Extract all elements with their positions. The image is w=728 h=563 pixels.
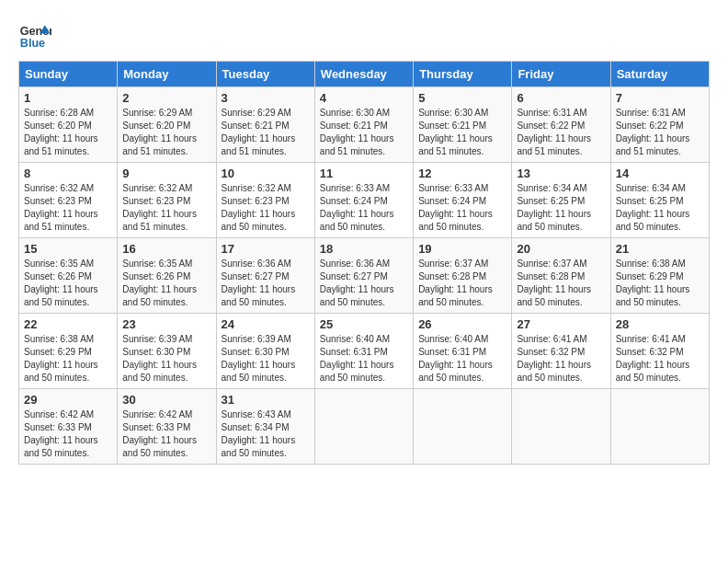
day-number: 6 <box>517 91 605 105</box>
calendar-week-3: 15Sunrise: 6:35 AM Sunset: 6:26 PM Dayli… <box>19 238 710 314</box>
day-number: 12 <box>418 167 506 180</box>
day-content: Sunrise: 6:41 AM Sunset: 6:32 PM Dayligh… <box>616 333 704 385</box>
logo: General Blue <box>18 18 51 52</box>
day-content: Sunrise: 6:42 AM Sunset: 6:33 PM Dayligh… <box>122 408 210 460</box>
day-content: Sunrise: 6:38 AM Sunset: 6:29 PM Dayligh… <box>616 258 704 309</box>
header-cell-tuesday: Tuesday <box>216 62 314 87</box>
day-content: Sunrise: 6:35 AM Sunset: 6:26 PM Dayligh… <box>24 258 112 309</box>
calendar-cell: 19Sunrise: 6:37 AM Sunset: 6:28 PM Dayli… <box>414 238 512 314</box>
calendar-week-5: 29Sunrise: 6:42 AM Sunset: 6:33 PM Dayli… <box>19 389 710 465</box>
day-content: Sunrise: 6:33 AM Sunset: 6:24 PM Dayligh… <box>320 182 408 234</box>
day-number: 15 <box>24 242 112 256</box>
calendar-cell: 6Sunrise: 6:31 AM Sunset: 6:22 PM Daylig… <box>512 87 610 163</box>
day-content: Sunrise: 6:32 AM Sunset: 6:23 PM Dayligh… <box>122 182 210 234</box>
day-content: Sunrise: 6:37 AM Sunset: 6:28 PM Dayligh… <box>517 258 605 309</box>
day-content: Sunrise: 6:30 AM Sunset: 6:21 PM Dayligh… <box>320 107 408 158</box>
page-header: General Blue <box>18 18 710 52</box>
logo-icon: General Blue <box>18 18 51 52</box>
day-content: Sunrise: 6:39 AM Sunset: 6:30 PM Dayligh… <box>222 333 310 385</box>
day-number: 18 <box>320 242 408 256</box>
calendar-cell: 7Sunrise: 6:31 AM Sunset: 6:22 PM Daylig… <box>610 87 709 163</box>
day-number: 31 <box>222 393 310 407</box>
calendar-cell: 10Sunrise: 6:32 AM Sunset: 6:23 PM Dayli… <box>216 163 314 238</box>
calendar-week-1: 1Sunrise: 6:28 AM Sunset: 6:20 PM Daylig… <box>19 87 710 163</box>
calendar-cell <box>414 389 512 465</box>
header-row: SundayMondayTuesdayWednesdayThursdayFrid… <box>19 62 710 87</box>
calendar-cell: 3Sunrise: 6:29 AM Sunset: 6:21 PM Daylig… <box>216 87 314 163</box>
day-number: 2 <box>122 91 210 105</box>
day-number: 24 <box>222 317 310 331</box>
calendar-cell: 21Sunrise: 6:38 AM Sunset: 6:29 PM Dayli… <box>610 238 709 314</box>
day-number: 11 <box>320 167 408 180</box>
calendar-cell: 29Sunrise: 6:42 AM Sunset: 6:33 PM Dayli… <box>19 389 118 465</box>
day-content: Sunrise: 6:31 AM Sunset: 6:22 PM Dayligh… <box>517 107 605 158</box>
calendar-cell: 20Sunrise: 6:37 AM Sunset: 6:28 PM Dayli… <box>512 238 610 314</box>
day-content: Sunrise: 6:36 AM Sunset: 6:27 PM Dayligh… <box>222 258 310 309</box>
calendar-cell <box>610 389 709 465</box>
calendar-cell: 31Sunrise: 6:43 AM Sunset: 6:34 PM Dayli… <box>216 389 314 465</box>
day-content: Sunrise: 6:40 AM Sunset: 6:31 PM Dayligh… <box>320 333 408 385</box>
day-number: 29 <box>24 393 112 407</box>
calendar-cell: 27Sunrise: 6:41 AM Sunset: 6:32 PM Dayli… <box>512 314 610 389</box>
day-number: 13 <box>517 167 605 180</box>
day-number: 10 <box>222 167 310 180</box>
day-number: 5 <box>418 91 506 105</box>
day-content: Sunrise: 6:38 AM Sunset: 6:29 PM Dayligh… <box>24 333 112 385</box>
header-cell-friday: Friday <box>512 62 610 87</box>
day-number: 20 <box>517 242 605 256</box>
day-content: Sunrise: 6:37 AM Sunset: 6:28 PM Dayligh… <box>418 258 506 309</box>
day-content: Sunrise: 6:36 AM Sunset: 6:27 PM Dayligh… <box>320 258 408 309</box>
calendar-cell: 17Sunrise: 6:36 AM Sunset: 6:27 PM Dayli… <box>216 238 314 314</box>
day-content: Sunrise: 6:39 AM Sunset: 6:30 PM Dayligh… <box>122 333 210 385</box>
calendar-cell: 14Sunrise: 6:34 AM Sunset: 6:25 PM Dayli… <box>610 163 709 238</box>
calendar-cell: 30Sunrise: 6:42 AM Sunset: 6:33 PM Dayli… <box>118 389 216 465</box>
calendar-cell: 26Sunrise: 6:40 AM Sunset: 6:31 PM Dayli… <box>414 314 512 389</box>
day-number: 26 <box>418 317 506 331</box>
day-number: 17 <box>222 242 310 256</box>
day-number: 3 <box>222 91 310 105</box>
calendar-cell: 22Sunrise: 6:38 AM Sunset: 6:29 PM Dayli… <box>19 314 118 389</box>
calendar-cell: 25Sunrise: 6:40 AM Sunset: 6:31 PM Dayli… <box>314 314 413 389</box>
day-number: 4 <box>320 91 408 105</box>
calendar-cell: 18Sunrise: 6:36 AM Sunset: 6:27 PM Dayli… <box>314 238 413 314</box>
day-number: 14 <box>616 167 704 180</box>
calendar-cell: 1Sunrise: 6:28 AM Sunset: 6:20 PM Daylig… <box>19 87 118 163</box>
day-number: 16 <box>122 242 210 256</box>
day-number: 19 <box>418 242 506 256</box>
calendar-week-2: 8Sunrise: 6:32 AM Sunset: 6:23 PM Daylig… <box>19 163 710 238</box>
calendar-cell: 23Sunrise: 6:39 AM Sunset: 6:30 PM Dayli… <box>118 314 216 389</box>
svg-text:Blue: Blue <box>20 37 45 50</box>
calendar-cell: 24Sunrise: 6:39 AM Sunset: 6:30 PM Dayli… <box>216 314 314 389</box>
day-content: Sunrise: 6:34 AM Sunset: 6:25 PM Dayligh… <box>616 182 704 234</box>
calendar-cell: 12Sunrise: 6:33 AM Sunset: 6:24 PM Dayli… <box>414 163 512 238</box>
day-content: Sunrise: 6:30 AM Sunset: 6:21 PM Dayligh… <box>418 107 506 158</box>
day-number: 23 <box>122 317 210 331</box>
header-cell-thursday: Thursday <box>414 62 512 87</box>
day-content: Sunrise: 6:32 AM Sunset: 6:23 PM Dayligh… <box>222 182 310 234</box>
day-number: 21 <box>616 242 704 256</box>
calendar-cell: 5Sunrise: 6:30 AM Sunset: 6:21 PM Daylig… <box>414 87 512 163</box>
day-content: Sunrise: 6:34 AM Sunset: 6:25 PM Dayligh… <box>517 182 605 234</box>
header-cell-saturday: Saturday <box>610 62 709 87</box>
calendar-cell: 15Sunrise: 6:35 AM Sunset: 6:26 PM Dayli… <box>19 238 118 314</box>
calendar-cell <box>512 389 610 465</box>
header-cell-sunday: Sunday <box>19 62 118 87</box>
day-content: Sunrise: 6:40 AM Sunset: 6:31 PM Dayligh… <box>418 333 506 385</box>
day-number: 22 <box>24 317 112 331</box>
day-number: 25 <box>320 317 408 331</box>
calendar-cell: 9Sunrise: 6:32 AM Sunset: 6:23 PM Daylig… <box>118 163 216 238</box>
header-cell-wednesday: Wednesday <box>314 62 413 87</box>
day-content: Sunrise: 6:31 AM Sunset: 6:22 PM Dayligh… <box>616 107 704 158</box>
day-content: Sunrise: 6:41 AM Sunset: 6:32 PM Dayligh… <box>517 333 605 385</box>
day-number: 27 <box>517 317 605 331</box>
day-number: 1 <box>24 91 112 105</box>
calendar-table: SundayMondayTuesdayWednesdayThursdayFrid… <box>18 61 710 465</box>
day-content: Sunrise: 6:42 AM Sunset: 6:33 PM Dayligh… <box>24 408 112 460</box>
day-content: Sunrise: 6:28 AM Sunset: 6:20 PM Dayligh… <box>24 107 112 158</box>
day-content: Sunrise: 6:29 AM Sunset: 6:20 PM Dayligh… <box>122 107 210 158</box>
day-number: 9 <box>122 167 210 180</box>
day-content: Sunrise: 6:35 AM Sunset: 6:26 PM Dayligh… <box>122 258 210 309</box>
day-number: 30 <box>122 393 210 407</box>
day-content: Sunrise: 6:43 AM Sunset: 6:34 PM Dayligh… <box>222 408 310 460</box>
calendar-cell <box>314 389 413 465</box>
